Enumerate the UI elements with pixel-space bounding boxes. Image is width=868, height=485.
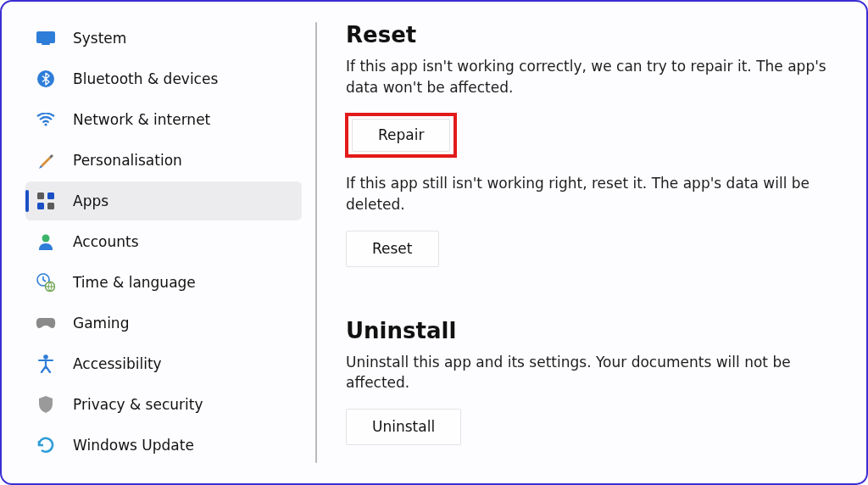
- svg-rect-0: [36, 31, 55, 43]
- main-content: Reset If this app isn't working correctl…: [317, 2, 866, 483]
- sidebar-item-label: Network & internet: [73, 111, 210, 128]
- sidebar-item-time-language[interactable]: Time & language: [25, 263, 302, 302]
- apps-icon: [36, 191, 56, 211]
- sidebar-item-apps[interactable]: Apps: [25, 181, 302, 220]
- sidebar-item-label: Privacy & security: [73, 396, 203, 413]
- sidebar-item-accounts[interactable]: Accounts: [25, 222, 302, 261]
- svg-rect-1: [42, 43, 50, 45]
- update-icon: [36, 435, 56, 455]
- sidebar-item-label: Personalisation: [73, 152, 182, 169]
- bluetooth-icon: [36, 69, 56, 89]
- gamepad-icon: [36, 313, 56, 333]
- system-icon: [36, 28, 56, 48]
- reset-button[interactable]: Reset: [346, 231, 439, 267]
- wifi-icon: [36, 109, 56, 130]
- sidebar-item-windows-update[interactable]: Windows Update: [25, 426, 302, 465]
- sidebar-item-gaming[interactable]: Gaming: [25, 304, 302, 343]
- sidebar-item-label: Windows Update: [73, 437, 194, 454]
- sidebar-item-label: Time & language: [73, 274, 196, 291]
- svg-rect-6: [37, 203, 44, 209]
- uninstall-heading: Uninstall: [346, 318, 851, 343]
- sidebar-item-label: Gaming: [73, 315, 129, 332]
- svg-point-11: [43, 354, 48, 360]
- sidebar-item-privacy[interactable]: Privacy & security: [25, 385, 302, 424]
- uninstall-button[interactable]: Uninstall: [346, 409, 461, 445]
- repair-button[interactable]: Repair: [352, 119, 450, 152]
- reset-description: If this app still isn't working right, r…: [346, 173, 851, 215]
- sidebar-item-bluetooth[interactable]: Bluetooth & devices: [25, 59, 302, 98]
- svg-point-8: [42, 235, 50, 242]
- sidebar-item-personalisation[interactable]: Personalisation: [25, 141, 302, 180]
- svg-rect-4: [37, 192, 44, 199]
- svg-rect-7: [47, 203, 54, 209]
- svg-point-3: [44, 123, 47, 125]
- svg-rect-5: [47, 192, 54, 199]
- person-icon: [36, 231, 56, 252]
- settings-sidebar: System Bluetooth & devices Network & int…: [2, 2, 315, 483]
- reset-section: Reset If this app isn't working correctl…: [346, 22, 851, 284]
- uninstall-section: Uninstall Uninstall this app and its set…: [346, 318, 851, 462]
- shield-icon: [36, 394, 56, 415]
- sidebar-item-network[interactable]: Network & internet: [25, 100, 302, 139]
- sidebar-item-label: Bluetooth & devices: [73, 70, 218, 87]
- repair-description: If this app isn't working correctly, we …: [346, 56, 851, 98]
- reset-heading: Reset: [346, 22, 851, 47]
- sidebar-item-label: Accounts: [73, 233, 139, 250]
- paintbrush-icon: [36, 150, 56, 170]
- clock-globe-icon: [36, 272, 56, 293]
- sidebar-item-system[interactable]: System: [25, 19, 302, 58]
- sidebar-item-accessibility[interactable]: Accessibility: [25, 344, 302, 383]
- sidebar-item-label: System: [73, 30, 126, 47]
- sidebar-item-label: Apps: [73, 192, 108, 209]
- uninstall-description: Uninstall this app and its settings. You…: [346, 352, 851, 393]
- sidebar-item-label: Accessibility: [73, 355, 162, 372]
- accessibility-icon: [36, 354, 56, 374]
- repair-highlight: Repair: [345, 113, 457, 158]
